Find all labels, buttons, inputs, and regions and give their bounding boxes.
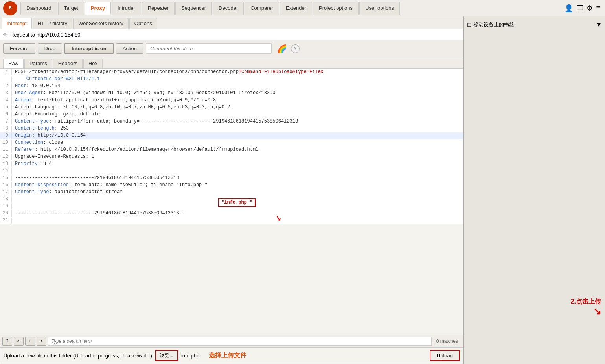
- line-content: POST /fckeditor/editor/filemanager/brows…: [15, 69, 463, 75]
- help-icon[interactable]: ?: [291, 44, 300, 53]
- line-number: 1: [0, 69, 12, 75]
- line-content: Content-Length: 253: [15, 126, 463, 132]
- top-right-icons: 👤 🗖 ⚙ ≡: [565, 4, 605, 13]
- forward-button[interactable]: Forward: [3, 43, 35, 54]
- upload-button[interactable]: Upload: [430, 350, 460, 361]
- line-number: 14: [0, 168, 12, 174]
- sub-tab-intercept[interactable]: Intercept: [2, 18, 32, 29]
- line-number: 10: [0, 140, 12, 146]
- code-line: 21: [0, 217, 463, 224]
- comment-input[interactable]: [146, 43, 272, 54]
- search-bar: ? < + > 0 matches: [0, 335, 463, 347]
- line-number: 21: [0, 218, 12, 224]
- line-content: Origin: http://10.0.0.154: [15, 133, 463, 139]
- line-number: 2: [0, 83, 12, 90]
- line-content: Referer: http://10.0.0.154/fckeditor/edi…: [15, 147, 463, 153]
- code-line: 15----------------------------2919461861…: [0, 175, 463, 182]
- content-tab-raw[interactable]: Raw: [3, 59, 24, 68]
- action-button[interactable]: Action: [116, 43, 143, 54]
- user-icon: 👤: [565, 4, 573, 13]
- code-line: 16Content-Disposition: form-data; name="…: [0, 182, 463, 189]
- content-tab-hex[interactable]: Hex: [83, 59, 103, 68]
- prev-match-btn[interactable]: <: [14, 337, 24, 346]
- line-content: Upgrade-Insecure-Requests: 1: [15, 154, 463, 160]
- code-scroll-container[interactable]: 1POST /fckeditor/editor/filemanager/brow…: [0, 69, 463, 335]
- line-number: 5: [0, 104, 12, 111]
- code-line: 11Referer: http://10.0.0.154/fckeditor/e…: [0, 146, 463, 154]
- line-content: User-Agent: Mozilla/5.0 (Windows NT 10.0…: [15, 90, 463, 97]
- code-line: 2Host: 10.0.0.154: [0, 83, 463, 90]
- line-number: 16: [0, 182, 12, 188]
- line-number: [0, 76, 12, 82]
- content-tabs: RawParamsHeadersHex: [0, 57, 463, 69]
- upload-filename: info.php: [181, 353, 199, 359]
- code-line: 3User-Agent: Mozilla/5.0 (Windows NT 10.…: [0, 90, 463, 97]
- nav-tab-proxy[interactable]: Proxy: [85, 2, 111, 15]
- code-line: 4Accept: text/html,application/xhtml+xml…: [0, 97, 463, 104]
- line-content: ----------------------------291946186181…: [15, 175, 463, 181]
- dropdown-icon: ▼: [596, 21, 602, 28]
- upload-section: Upload a new file in this folder (Upload…: [0, 347, 463, 364]
- code-line: 14: [0, 168, 463, 175]
- search-input[interactable]: [48, 337, 432, 346]
- annotation-box: "info.php ": [218, 198, 256, 207]
- line-content: ----------------------------291946186181…: [15, 210, 463, 217]
- sub-tab-websockets_history[interactable]: WebSockets history: [73, 18, 129, 29]
- line-number: 12: [0, 154, 12, 160]
- request-header-bar: ✏ Request to http://10.0.0.154:80: [0, 29, 463, 40]
- upload-instruction-text: 选择上传文件: [209, 351, 246, 360]
- code-line: 17Content-Type: application/octet-stream: [0, 189, 463, 196]
- code-line: 8Content-Length: 253: [0, 125, 463, 132]
- code-line: CurrentFolder=%2F HTTP/1.1: [0, 76, 463, 83]
- nav-tab-project_options[interactable]: Project options: [313, 2, 359, 15]
- nav-tab-sequencer[interactable]: Sequencer: [175, 2, 212, 15]
- intercept-button[interactable]: Intercept is on: [64, 43, 114, 54]
- line-number: 11: [0, 147, 12, 153]
- nav-tab-dashboard[interactable]: Dashboard: [20, 2, 57, 15]
- line-content: Accept-Language: zh-CN,zh;q=0.8,zh-TW;q=…: [15, 104, 463, 111]
- line-content: Host: 10.0.0.154: [15, 83, 463, 90]
- bookmarks-section: ☐ 移动设备上的书签 ▼: [467, 20, 602, 30]
- help-search-btn[interactable]: ?: [2, 337, 12, 346]
- add-search-btn[interactable]: +: [25, 337, 35, 346]
- browse-button[interactable]: 浏览...: [155, 350, 178, 361]
- line-number: 17: [0, 189, 12, 196]
- line-number: 3: [0, 90, 12, 97]
- line-content: CurrentFolder=%2F HTTP/1.1: [15, 76, 463, 82]
- code-line: 5Accept-Language: zh-CN,zh;q=0.8,zh-TW;q…: [0, 104, 463, 111]
- nav-tab-decoder[interactable]: Decoder: [213, 2, 244, 15]
- right-annotation: 2.点击上传 ↘: [571, 298, 601, 317]
- line-content: Priority: u=4: [15, 161, 463, 167]
- line-number: 18: [0, 196, 12, 203]
- nav-tab-extender[interactable]: Extender: [280, 2, 312, 15]
- top-nav-bar: B DashboardTargetProxyIntruderRepeaterSe…: [0, 0, 605, 16]
- menu-icon: ≡: [596, 4, 600, 13]
- line-content: Accept: text/html,application/xhtml+xml,…: [15, 97, 463, 104]
- line-number: 8: [0, 126, 12, 132]
- settings-icon: ⚙: [587, 4, 593, 13]
- annotation-rect: "info.php ": [218, 198, 256, 207]
- line-number: 9: [0, 133, 12, 139]
- bookmark-text: 移动设备上的书签: [473, 21, 514, 28]
- line-content: Connection: close: [15, 140, 463, 146]
- line-number: 19: [0, 203, 12, 210]
- code-line: 20----------------------------2919461861…: [0, 210, 463, 217]
- nav-tab-user_options[interactable]: User options: [359, 2, 400, 15]
- sub-tabs: InterceptHTTP historyWebSockets historyO…: [0, 16, 463, 29]
- sub-tab-options[interactable]: Options: [129, 18, 157, 29]
- code-line: 1POST /fckeditor/editor/filemanager/brow…: [0, 69, 463, 76]
- code-line: 7Content-Type: multipart/form-data; boun…: [0, 118, 463, 125]
- nav-tab-repeater[interactable]: Repeater: [142, 2, 175, 15]
- nav-tab-target[interactable]: Target: [58, 2, 84, 15]
- content-tab-params[interactable]: Params: [24, 59, 52, 68]
- next-match-btn[interactable]: >: [37, 337, 46, 346]
- sub-tab-http_history[interactable]: HTTP history: [33, 18, 73, 29]
- nav-tab-intruder[interactable]: Intruder: [112, 2, 141, 15]
- nav-tabs: DashboardTargetProxyIntruderRepeaterSequ…: [20, 2, 401, 15]
- code-line: 10Connection: close: [0, 139, 463, 146]
- code-line: 6Accept-Encoding: gzip, deflate: [0, 111, 463, 118]
- nav-tab-comparer[interactable]: Comparer: [245, 2, 279, 15]
- content-tab-headers[interactable]: Headers: [53, 59, 83, 68]
- drop-button[interactable]: Drop: [38, 43, 62, 54]
- toolbar: Forward Drop Intercept is on Action 🌈 ?: [0, 40, 463, 57]
